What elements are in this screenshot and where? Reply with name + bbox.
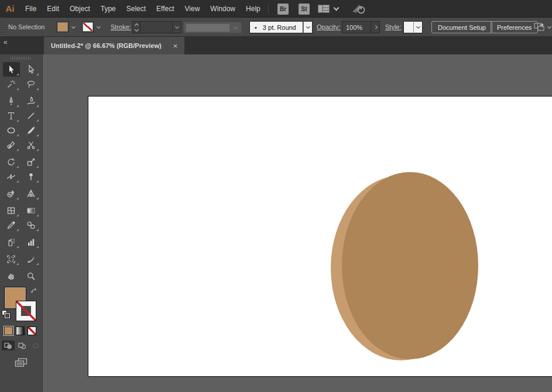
menubar-divider	[268, 4, 269, 13]
column-graph-tool[interactable]	[23, 235, 40, 249]
opacity-field[interactable]: 100%	[342, 21, 371, 33]
menu-view[interactable]: View	[180, 0, 205, 18]
symbol-sprayer-tool[interactable]	[3, 235, 20, 249]
menu-file[interactable]: File	[20, 0, 42, 18]
default-fill-stroke-icon[interactable]	[2, 310, 10, 318]
front-ellipse-shape[interactable]	[342, 172, 478, 359]
zoom-tool[interactable]	[23, 269, 40, 283]
stroke-weight-field[interactable]	[140, 21, 173, 33]
screen-mode-button[interactable]	[0, 358, 42, 367]
fill-swatch-dropdown[interactable]	[69, 22, 77, 32]
width-tool[interactable]	[3, 169, 20, 184]
opacity-label[interactable]: Opacity:	[317, 23, 340, 30]
document-tab-title: Untitled-2* @ 66.67% (RGB/Preview)	[51, 42, 162, 49]
opacity-expand-arrow[interactable]	[371, 21, 380, 33]
curvature-tool[interactable]	[23, 94, 40, 108]
menu-bar: Ai File Edit Object Type Select Effect V…	[0, 0, 552, 18]
width-profile-dropdown	[183, 22, 242, 33]
stroke-proxy-swatch[interactable]	[16, 301, 36, 321]
arrange-documents-icon[interactable]	[534, 22, 546, 33]
stroke-weight-dropdown[interactable]	[172, 21, 181, 33]
ellipse-tool[interactable]	[3, 123, 20, 137]
draw-behind-button[interactable]	[16, 341, 29, 350]
type-tool[interactable]	[3, 108, 20, 123]
style-dropdown-chevron[interactable]	[413, 21, 423, 33]
blend-tool[interactable]	[23, 218, 40, 232]
document-tab[interactable]: Untitled-2* @ 66.67% (RGB/Preview) ×	[44, 37, 184, 54]
paintbrush-tool[interactable]	[23, 123, 40, 137]
lasso-tool[interactable]	[23, 77, 40, 91]
menu-window[interactable]: Window	[205, 0, 241, 18]
tab-bar: « Untitled-2* @ 66.67% (RGB/Preview) ×	[0, 37, 552, 54]
stroke-swatch-dropdown[interactable]	[94, 22, 102, 32]
brush-dropdown-chevron[interactable]	[303, 21, 313, 33]
menu-help[interactable]: Help	[241, 0, 266, 18]
menu-object[interactable]: Object	[64, 0, 95, 18]
arrange-documents-chevron[interactable]	[547, 25, 551, 29]
line-segment-tool[interactable]	[23, 108, 40, 123]
selection-tool[interactable]	[3, 62, 20, 77]
magic-wand-tool[interactable]	[3, 77, 20, 91]
style-dropdown[interactable]	[403, 21, 414, 33]
stock-icon[interactable]: St	[299, 4, 310, 15]
draw-inside-button[interactable]	[29, 341, 42, 350]
shape-builder-tool[interactable]	[3, 186, 20, 201]
artboard-tool[interactable]	[3, 252, 20, 266]
bridge-icon[interactable]: Br	[277, 4, 289, 15]
tools-panel-grip[interactable]	[11, 57, 32, 60]
gradient-tool[interactable]	[23, 203, 40, 218]
none-button[interactable]	[28, 326, 36, 335]
rotate-tool[interactable]	[3, 154, 20, 169]
color-button[interactable]	[4, 326, 13, 335]
gradient-button[interactable]	[16, 326, 25, 335]
hand-tool[interactable]	[3, 269, 20, 283]
canvas-area[interactable]	[43, 54, 552, 392]
selection-status: No Selection	[8, 23, 44, 30]
puppet-warp-tool[interactable]	[23, 169, 40, 184]
fill-stroke-proxy	[0, 287, 42, 324]
scale-tool[interactable]	[23, 154, 40, 169]
menu-effect[interactable]: Effect	[151, 0, 179, 18]
swatch-type-buttons	[0, 326, 42, 335]
swap-fill-stroke-icon[interactable]	[30, 287, 39, 295]
pencil-tool[interactable]	[3, 137, 20, 152]
preferences-button[interactable]: Preferences	[491, 21, 538, 33]
workspace-grid-icon[interactable]	[318, 5, 330, 13]
scissors-tool[interactable]	[23, 137, 40, 152]
brush-definition-dropdown[interactable]: • 3 pt. Round	[249, 21, 303, 33]
style-label[interactable]: Style:	[385, 23, 402, 30]
stroke-color-swatch[interactable]	[82, 22, 94, 32]
stroke-weight-stepper[interactable]	[132, 21, 140, 33]
fill-color-swatch[interactable]	[57, 22, 68, 32]
chevron-down-icon[interactable]	[334, 5, 340, 11]
brush-name: 3 pt. Round	[263, 24, 296, 31]
direct-selection-tool[interactable]	[23, 62, 40, 77]
brush-preview-dot: •	[255, 24, 257, 31]
control-bar: No Selection Stroke: • 3 pt. Round Opaci…	[0, 18, 552, 37]
tab-close-icon[interactable]: ×	[173, 42, 178, 50]
menu-type[interactable]: Type	[95, 0, 121, 18]
draw-normal-button[interactable]	[2, 341, 15, 350]
gpu-preview-power-icon[interactable]	[351, 4, 366, 15]
artboard[interactable]	[88, 96, 552, 377]
menu-edit[interactable]: Edit	[42, 0, 64, 18]
menu-select[interactable]: Select	[121, 0, 151, 18]
document-setup-button[interactable]: Document Setup	[431, 21, 492, 33]
illustrator-logo: Ai	[0, 0, 20, 18]
collapse-panels-icon[interactable]: «	[4, 38, 7, 46]
slice-tool[interactable]	[23, 252, 40, 266]
mesh-tool[interactable]	[3, 203, 20, 218]
eyedropper-tool[interactable]	[3, 218, 20, 232]
perspective-grid-tool[interactable]	[23, 186, 40, 201]
tools-panel	[0, 54, 43, 392]
draw-mode-buttons	[0, 341, 42, 350]
stroke-weight-label[interactable]: Stroke:	[111, 23, 131, 30]
panel-grip[interactable]	[0, 18, 4, 37]
pen-tool[interactable]	[3, 94, 20, 108]
